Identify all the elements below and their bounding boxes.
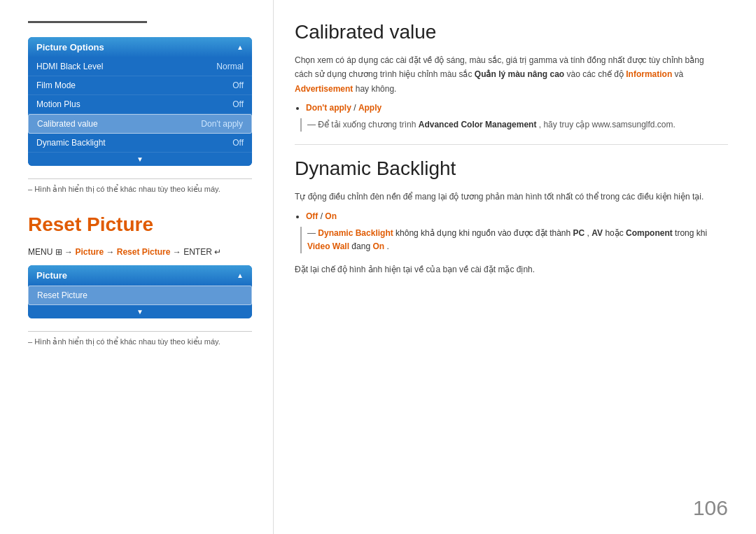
dynamic-section: Dynamic Backlight Tự động điều chỉnh đèn…: [295, 157, 728, 253]
footnote-2: – Hình ảnh hiển thị có thể khác nhau tùy…: [28, 331, 252, 346]
page-number: 106: [693, 496, 728, 520]
menu-item-calibrated-value: Don't apply: [201, 119, 243, 129]
dynamic-desc: Tự động điều chỉnh đèn nền để mang lại đ…: [295, 190, 728, 204]
arrow-down-container: ▼: [28, 153, 252, 166]
menu-nav-prefix: MENU: [28, 247, 52, 257]
dynamic-note-dash: —: [307, 228, 318, 238]
menu-item-film-label: Film Mode: [36, 80, 76, 90]
dynamic-bullet-item: Off / On: [306, 211, 728, 221]
picture-options-header: Picture Options ▲: [28, 37, 252, 57]
dynamic-note-on: On: [372, 241, 384, 251]
note-dash: — Để tải xuống chương trình: [307, 120, 419, 129]
dynamic-note2: không khả dụng khi nguồn vào được đặt th…: [396, 228, 573, 238]
picture-arrow-down-icon: ▼: [136, 308, 144, 316]
footnote-1: – Hình ảnh hiển thị có thể khác nhau tùy…: [28, 178, 252, 194]
dynamic-bullet-list: Off / On: [306, 211, 728, 221]
picture-arrow-down-container: ▼: [28, 305, 252, 318]
menu-item-film-value: Off: [232, 80, 244, 90]
dynamic-note7: .: [386, 241, 388, 251]
calibrated-desc1: Chọn xem có áp dụng các cài đặt về độ sá…: [295, 55, 704, 65]
arrow-up-icon: ▲: [237, 43, 244, 51]
dynamic-note-bold: Dynamic Backlight: [318, 228, 393, 238]
left-panel: Picture Options ▲ HDMI Black Level Norma…: [0, 0, 273, 534]
calibrated-apply: Apply: [358, 103, 382, 113]
menu-item-film[interactable]: Film Mode Off: [28, 76, 252, 95]
menu-nav-picture: Picture: [75, 247, 104, 257]
dynamic-note-video: Video Wall: [307, 241, 349, 251]
dynamic-on: On: [325, 211, 337, 221]
dynamic-note-pc: PC: [573, 228, 585, 238]
page-container: Picture Options ▲ HDMI Black Level Norma…: [0, 0, 756, 534]
calibrated-desc-orange2: Advertisement: [295, 84, 353, 94]
right-panel: Calibrated value Chọn xem có áp dụng các…: [273, 0, 756, 534]
menu-item-hdmi-label: HDMI Black Level: [36, 62, 103, 71]
picture-arrow-up-icon: ▲: [237, 272, 244, 279]
top-line: [28, 21, 147, 23]
dynamic-note-comp: Component: [626, 228, 673, 238]
calibrated-desc3: vào các chế độ: [567, 69, 626, 79]
menu-item-calibrated-label: Calibrated value: [37, 119, 98, 129]
menu-nav-reset: Reset Picture: [117, 247, 171, 257]
menu-nav-enter-icon: ↵: [214, 247, 221, 257]
calibrated-dont: Don't apply: [306, 103, 351, 113]
menu-item-dynamic-label: Dynamic Backlight: [36, 138, 106, 148]
menu-nav: MENU ⊞ → Picture → Reset Picture → ENTER…: [28, 247, 252, 257]
picture-menu-title: Picture: [36, 270, 67, 281]
menu-item-reset-label: Reset Picture: [37, 290, 88, 300]
section-divider: [295, 144, 728, 145]
menu-item-motion-value: Off: [232, 99, 244, 109]
picture-options-title: Picture Options: [36, 42, 104, 52]
note-url: , hãy truy cập www.samsunglfd.com.: [539, 120, 676, 129]
menu-nav-icon: ⊞: [55, 247, 62, 257]
reset-desc: Đặt lại chế độ hình ảnh hiện tại về của …: [295, 265, 728, 274]
menu-nav-arrow2: →: [106, 247, 116, 257]
calibrated-note: — Để tải xuống chương trình Advanced Col…: [300, 118, 728, 132]
menu-item-dynamic[interactable]: Dynamic Backlight Off: [28, 134, 252, 153]
arrow-down-icon: ▼: [136, 155, 144, 163]
menu-item-hdmi[interactable]: HDMI Black Level Normal: [28, 57, 252, 76]
calibrated-desc5: hay không.: [356, 84, 397, 94]
dynamic-title: Dynamic Backlight: [295, 157, 728, 180]
menu-item-hdmi-value: Normal: [216, 62, 244, 71]
calibrated-desc-bold: Quản lý màu nâng cao: [475, 69, 564, 79]
picture-options-menu: Picture Options ▲ HDMI Black Level Norma…: [28, 37, 252, 166]
dynamic-note: — Dynamic Backlight không khả dụng khi n…: [300, 227, 728, 253]
dynamic-note6: đang: [351, 241, 372, 251]
calibrated-slash: /: [354, 103, 358, 113]
dynamic-note4: hoặc: [605, 228, 626, 238]
menu-item-dynamic-value: Off: [232, 138, 244, 148]
menu-item-motion[interactable]: Motion Plus Off: [28, 95, 252, 114]
calibrated-desc: Chọn xem có áp dụng các cài đặt về độ sá…: [295, 53, 728, 96]
calibrated-desc-orange1: Information: [626, 69, 672, 79]
note-bold: Advanced Color Management: [419, 120, 537, 129]
calibrated-desc4: và: [675, 69, 684, 79]
reset-section: Reset Picture MENU ⊞ → Picture → Reset P…: [28, 213, 252, 346]
menu-nav-arrow3: → ENTER: [173, 247, 212, 257]
calibrated-desc2: cách sử dụng chương trình hiệu chỉnh màu…: [295, 69, 475, 79]
reset-picture-title: Reset Picture: [28, 213, 252, 236]
calibrated-bullet-item: Don't apply / Apply: [306, 103, 728, 113]
menu-item-reset-picture[interactable]: Reset Picture: [28, 286, 252, 305]
menu-item-calibrated[interactable]: Calibrated value Don't apply: [28, 114, 252, 134]
picture-menu-header: Picture ▲: [28, 265, 252, 286]
dynamic-off: Off: [306, 211, 318, 221]
dynamic-note5: trong khi: [675, 228, 707, 238]
calibrated-title: Calibrated value: [295, 21, 728, 43]
menu-nav-arrow1: →: [64, 247, 75, 257]
menu-item-motion-label: Motion Plus: [36, 99, 80, 109]
picture-menu: Picture ▲ Reset Picture ▼: [28, 265, 252, 318]
calibrated-bullet-list: Don't apply / Apply: [306, 103, 728, 113]
calibrated-section: Calibrated value Chọn xem có áp dụng các…: [295, 21, 728, 132]
dynamic-note-av: AV: [592, 228, 603, 238]
